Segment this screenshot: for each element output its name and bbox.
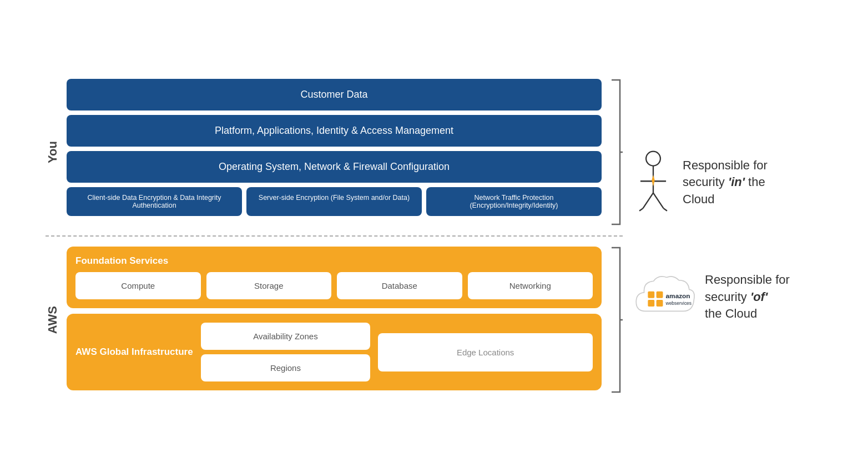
compute-box: Compute [75, 272, 201, 299]
svg-text:webservices: webservices [665, 300, 692, 306]
networking-label: Networking [509, 281, 551, 290]
section-divider [46, 235, 623, 237]
svg-line-7 [653, 193, 663, 208]
platform-block: Platform, Applications, Identity & Acces… [67, 115, 602, 147]
aws-resp-em: 'of' [750, 290, 768, 304]
svg-line-8 [639, 208, 643, 211]
you-label: You [46, 141, 60, 163]
aws-cloud-icon: amazon webservices [634, 272, 695, 322]
you-blocks: Customer Data Platform, Applications, Id… [67, 74, 602, 230]
you-responsible: Responsible for security 'in' the Cloud [634, 149, 768, 227]
edge-locations-box: Edge Locations [378, 333, 593, 371]
infra-zones: Availability Zones Regions [201, 323, 371, 381]
aws-responsible: amazon webservices Responsible for secur… [634, 260, 790, 323]
you-label-wrap: You [46, 74, 60, 230]
database-label: Database [382, 281, 417, 290]
aws-label-wrap: AWS [46, 242, 60, 398]
svg-marker-10 [652, 175, 655, 186]
svg-rect-13 [648, 300, 654, 307]
database-box: Database [337, 272, 462, 299]
svg-rect-11 [648, 292, 654, 298]
you-resp-line2: security 'in' the [683, 175, 765, 189]
foundation-title: Foundation Services [75, 255, 593, 267]
aws-section: AWS Foundation Services Compute Storage [46, 242, 623, 398]
regions-box: Regions [201, 354, 371, 381]
svg-rect-12 [657, 292, 663, 298]
svg-text:amazon: amazon [666, 292, 690, 300]
client-side-block: Client-side Data Encryption & Data Integ… [67, 187, 242, 216]
storage-label: Storage [254, 281, 284, 290]
infrastructure-block: AWS Global Infrastructure Availability Z… [67, 314, 602, 390]
aws-resp-line1: Responsible for [705, 273, 790, 287]
server-side-block: Server-side Encryption (File System and/… [246, 187, 422, 216]
foundation-services-row: Compute Storage Database Networking [75, 272, 593, 299]
foundation-block: Foundation Services Compute Storage Data… [67, 247, 602, 308]
you-resp-line1: Responsible for [683, 158, 768, 172]
aws-blocks: Foundation Services Compute Storage Data… [67, 242, 602, 398]
customer-data-block: Customer Data [67, 79, 602, 111]
main-diagram: You Customer Data Platform, Applications… [46, 74, 822, 398]
aws-resp-line3: the Cloud [705, 307, 757, 320]
you-resp-em: 'in' [728, 175, 745, 189]
you-resp-line3: Cloud [683, 192, 714, 206]
stick-figure-icon [634, 149, 673, 216]
availability-zones-box: Availability Zones [201, 323, 371, 350]
storage-box: Storage [206, 272, 332, 299]
aws-label: AWS [46, 306, 60, 334]
aws-resp-line2: security 'of' [705, 290, 768, 304]
diagram-area: You Customer Data Platform, Applications… [46, 74, 623, 398]
encryption-row: Client-side Data Encryption & Data Integ… [67, 187, 602, 216]
aws-bracket [606, 242, 623, 398]
networking-box: Networking [468, 272, 593, 299]
you-bracket [606, 74, 623, 230]
infra-label: AWS Global Infrastructure [75, 345, 193, 359]
svg-line-9 [663, 208, 667, 211]
svg-rect-14 [657, 300, 663, 307]
right-section: Responsible for security 'in' the Cloud … [634, 149, 822, 323]
compute-label: Compute [121, 281, 155, 290]
you-section: You Customer Data Platform, Applications… [46, 74, 623, 230]
aws-responsible-text: Responsible for security 'of' the Cloud [705, 272, 790, 323]
svg-point-2 [646, 151, 660, 165]
you-responsible-text: Responsible for security 'in' the Cloud [683, 157, 768, 208]
network-traffic-block: Network Traffic Protection (Encryption/I… [426, 187, 602, 216]
svg-line-6 [643, 193, 653, 208]
os-network-block: Operating System, Network & Firewall Con… [67, 151, 602, 183]
